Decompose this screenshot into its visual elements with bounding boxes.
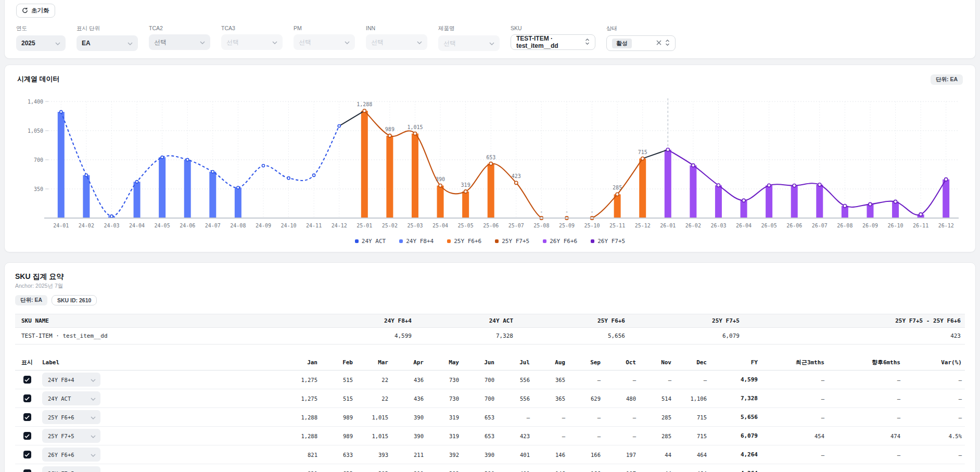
reset-button[interactable]: 초기화 bbox=[16, 4, 55, 18]
legend-item-26y-f7-5[interactable]: 26Y F7+5 bbox=[591, 238, 625, 245]
legend-label: 24Y ACT bbox=[362, 238, 386, 245]
table1-header: 25Y F7+5 bbox=[629, 314, 744, 328]
row-label-select[interactable]: 26Y F7+5 bbox=[42, 466, 100, 472]
table1-header: SKU NAME bbox=[15, 314, 296, 328]
svg-text:-: - bbox=[540, 209, 543, 214]
svg-text:24-04: 24-04 bbox=[129, 223, 145, 228]
row-label-select[interactable]: 24Y F8+4 bbox=[42, 373, 100, 387]
chart-legend: 24Y ACT24Y F8+425Y F6+625Y F7+526Y F6+62… bbox=[17, 238, 963, 245]
reset-button-label: 초기화 bbox=[31, 7, 49, 15]
timeseries-chart: 3507001,0501,4001,2889891,01539031965342… bbox=[17, 89, 963, 237]
cell: – bbox=[903, 464, 965, 472]
cell: 319 bbox=[427, 427, 462, 445]
row-label-select[interactable]: 25Y F6+6 bbox=[42, 410, 100, 424]
chevron-down-icon bbox=[345, 39, 350, 46]
cell: 392 bbox=[427, 445, 462, 464]
chevron-down-icon bbox=[91, 433, 96, 439]
cell: 436 bbox=[391, 371, 427, 389]
svg-text:1,400: 1,400 bbox=[28, 99, 43, 105]
cell: 390 bbox=[391, 408, 427, 427]
svg-text:26-01: 26-01 bbox=[660, 223, 676, 228]
legend-item-25y-f6-6[interactable]: 25Y F6+6 bbox=[447, 238, 481, 245]
cell: 392 bbox=[427, 464, 462, 472]
cell: 7,328 bbox=[710, 389, 761, 408]
chevron-down-icon bbox=[91, 396, 96, 402]
cell: – bbox=[903, 389, 965, 408]
row-visible-checkbox[interactable] bbox=[23, 432, 31, 440]
row-visible-checkbox[interactable] bbox=[23, 376, 31, 384]
filter-pm: PM선택 bbox=[294, 25, 355, 51]
cell: 700 bbox=[462, 389, 498, 408]
legend-item-25y-f7-5[interactable]: 25Y F7+5 bbox=[495, 238, 529, 245]
svg-text:24-08: 24-08 bbox=[230, 223, 246, 228]
legend-item-24y-f8-4[interactable]: 24Y F8+4 bbox=[399, 238, 434, 245]
row-label-select[interactable]: 25Y F7+5 bbox=[42, 429, 100, 443]
svg-text:423: 423 bbox=[512, 173, 521, 179]
cell: – bbox=[761, 408, 828, 427]
row-label-select[interactable]: 24Y ACT bbox=[42, 391, 100, 405]
cell: 6,079 bbox=[710, 427, 761, 445]
filter-inn-select: 선택 bbox=[366, 34, 427, 50]
table2-header: Oct bbox=[604, 355, 639, 371]
filter-tca3: TCA3선택 bbox=[221, 25, 283, 51]
row-visible-checkbox[interactable] bbox=[23, 394, 31, 402]
cell: – bbox=[903, 408, 965, 427]
cell: 44 bbox=[639, 464, 674, 472]
svg-text:390: 390 bbox=[436, 176, 445, 182]
cell: 285 bbox=[639, 408, 674, 427]
filter-unit-select[interactable]: EA bbox=[77, 35, 138, 51]
chevron-down-icon bbox=[91, 470, 96, 472]
cell: 989 bbox=[321, 427, 356, 445]
svg-text:25-04: 25-04 bbox=[432, 223, 448, 228]
chevron-down-icon bbox=[55, 40, 60, 47]
cell: 197 bbox=[604, 464, 639, 472]
legend-label: 24Y F8+4 bbox=[406, 238, 434, 245]
cell: 989 bbox=[321, 408, 356, 427]
legend-item-24y-act[interactable]: 24Y ACT bbox=[355, 238, 386, 245]
cell: 401 bbox=[498, 445, 533, 464]
cell: 4,599 bbox=[710, 371, 761, 389]
filter-product-label: 제품명 bbox=[438, 25, 500, 32]
legend-label: 25Y F7+5 bbox=[502, 238, 529, 245]
cell: – bbox=[674, 371, 710, 389]
filter-tca3-label: TCA3 bbox=[221, 25, 283, 31]
filter-sku-select[interactable]: TEST-ITEM · test_item__dd bbox=[511, 34, 595, 50]
row-visible-checkbox[interactable] bbox=[23, 413, 31, 421]
cell: – bbox=[498, 408, 533, 427]
svg-text:25-05: 25-05 bbox=[458, 223, 474, 228]
svg-text:25-03: 25-03 bbox=[407, 223, 423, 228]
row-visible-checkbox[interactable] bbox=[23, 451, 31, 458]
page: 초기화 연도2025표시 단위EATCA2선택TCA3선택PM선택INN선택제품… bbox=[0, 0, 980, 472]
cell: – bbox=[604, 371, 639, 389]
filter-year: 연도2025 bbox=[16, 25, 66, 51]
filter-sku-label: SKU bbox=[511, 25, 595, 31]
cell: 44 bbox=[639, 445, 674, 464]
updown-icon bbox=[665, 39, 670, 48]
svg-text:24-02: 24-02 bbox=[79, 223, 94, 228]
cell: 7,328 bbox=[416, 328, 517, 345]
cell: 4,599 bbox=[296, 328, 416, 345]
cell: – bbox=[639, 371, 674, 389]
filter-tca2-select[interactable]: 선택 bbox=[149, 34, 210, 50]
filter-year-select[interactable]: 2025 bbox=[16, 35, 66, 51]
clear-icon[interactable] bbox=[656, 40, 661, 47]
cell: 629 bbox=[568, 389, 604, 408]
cell: 5,656 bbox=[517, 328, 629, 345]
cell: 1,275 bbox=[285, 389, 321, 408]
legend-item-26y-f6-6[interactable]: 26Y F6+6 bbox=[543, 238, 577, 245]
svg-text:24-10: 24-10 bbox=[281, 223, 296, 228]
row-label-select[interactable]: 26Y F6+6 bbox=[42, 448, 100, 462]
svg-text:1,050: 1,050 bbox=[28, 128, 43, 134]
cell: 146 bbox=[533, 464, 568, 472]
svg-text:989: 989 bbox=[385, 126, 394, 132]
cell: 515 bbox=[321, 389, 356, 408]
cell: 5,656 bbox=[710, 408, 761, 427]
cell: 715 bbox=[674, 408, 710, 427]
row-visible-checkbox[interactable] bbox=[23, 469, 31, 472]
cell: – bbox=[761, 445, 828, 464]
cell: 1,275 bbox=[285, 371, 321, 389]
filter-status-select[interactable]: 활성 bbox=[606, 35, 676, 51]
filter-tca3-select: 선택 bbox=[221, 34, 283, 50]
svg-text:1,288: 1,288 bbox=[357, 101, 372, 107]
cell: 474 bbox=[828, 427, 903, 445]
